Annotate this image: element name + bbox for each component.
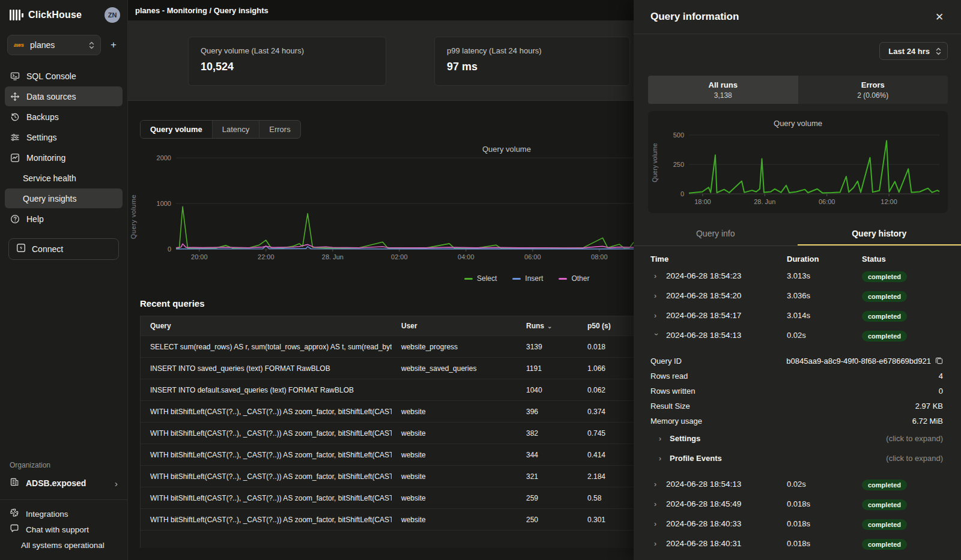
table-row[interactable]: INSERT INTO default.saved_queries (text)… (141, 379, 644, 400)
chevron-down-icon[interactable]: › (652, 333, 661, 338)
run-time: 2024-06-28 18:54:13 (666, 331, 741, 340)
chevron-right-icon[interactable]: › (654, 520, 659, 528)
table-row[interactable]: SELECT sum(read_rows) AS r, sum(total_ro… (141, 336, 644, 357)
organization-name: ADSB.exposed (26, 478, 108, 488)
backups-icon (10, 112, 20, 122)
table-row[interactable]: WITH bitShiftLeft(CAST(?..), _CAST(?..))… (141, 400, 644, 422)
organization-switcher[interactable]: ADSB.exposed › (0, 474, 127, 492)
runs-cell: 321 (517, 472, 578, 481)
column-header-runs[interactable]: Runs⌄ (517, 322, 578, 330)
svg-text:2000: 2000 (157, 154, 171, 161)
table-row[interactable]: WITH bitShiftLeft(CAST(?..), _CAST(?..))… (141, 508, 644, 530)
history-row[interactable]: ›2024-06-28 18:40:330.018scompleted (650, 514, 943, 534)
avatar[interactable]: ZN (105, 7, 120, 23)
user-cell: website (392, 408, 517, 416)
history-row[interactable]: ›2024-06-28 18:45:490.018scompleted (650, 494, 943, 514)
legend-item-insert[interactable]: Insert (512, 274, 543, 283)
connect-button[interactable]: Connect (8, 238, 119, 260)
expandable-profile-events[interactable]: ›Profile Events(click to expand) (650, 448, 943, 468)
tab-latency[interactable]: Latency (213, 121, 260, 138)
svg-text:28. Jun: 28. Jun (754, 198, 775, 205)
user-cell: website (392, 494, 517, 502)
chevron-right-icon[interactable]: › (654, 272, 659, 280)
run-time: 2024-06-28 18:40:33 (666, 519, 741, 528)
query-cell: WITH bitShiftLeft(CAST(?..), _CAST(?..))… (141, 516, 392, 524)
svg-text:06:00: 06:00 (524, 253, 541, 260)
column-header-query[interactable]: Query (141, 322, 392, 330)
panel-tab-query-info[interactable]: Query info (634, 223, 798, 245)
sidebar-item-integrations[interactable]: Integrations (0, 506, 127, 522)
query-volume-card: Query volume (Last 24 hours) 10,524 (188, 37, 386, 86)
sidebar-item-monitoring[interactable]: Monitoring (5, 148, 123, 167)
query-cell: WITH bitShiftLeft(CAST(?..), _CAST(?..))… (141, 494, 392, 502)
svg-text:250: 250 (673, 161, 684, 168)
sidebar-item-settings[interactable]: Settings (5, 127, 123, 147)
sidebar: ClickHouse ZN aws planes + SQL ConsoleDa… (0, 0, 128, 560)
history-column-duration: Duration (787, 254, 862, 263)
copy-icon[interactable] (935, 357, 943, 366)
table-row[interactable]: WITH bitShiftLeft(CAST(?..), _CAST(?..))… (141, 465, 644, 487)
organization-icon (10, 477, 19, 489)
history-row[interactable]: ›2024-06-28 18:54:173.014scompleted (650, 306, 943, 325)
mini-line-chart[interactable]: 025050018:0028. Jun06:0012:00 (652, 130, 944, 209)
sidebar-item-query-insights[interactable]: Query insights (5, 188, 123, 208)
tab-errors[interactable]: Errors (259, 121, 300, 138)
detail-row: Memory usage6.72 MiB (650, 414, 943, 429)
history-row[interactable]: ›2024-06-28 18:54:203.036scompleted (650, 286, 943, 306)
legend-item-select[interactable]: Select (464, 274, 497, 283)
legend-item-other[interactable]: Other (559, 274, 589, 283)
workspace-select[interactable]: aws planes (7, 35, 101, 55)
history-row[interactable]: ›2024-06-28 18:40:310.018scompleted (650, 534, 943, 553)
user-cell: website_progress (392, 343, 517, 351)
sidebar-item-chat-with-support[interactable]: Chat with support (0, 522, 127, 537)
sidebar-item-label: Service health (23, 173, 76, 183)
chevron-right-icon[interactable]: › (654, 292, 659, 300)
runs-cell: 344 (517, 451, 578, 459)
sidebar-item-backups[interactable]: Backups (5, 107, 123, 127)
status-badge: completed (862, 331, 907, 342)
table-row[interactable]: WITH bitShiftLeft(CAST(?..), _CAST(?..))… (141, 444, 644, 465)
history-row[interactable]: ›2024-06-28 18:54:130.02scompleted (650, 474, 943, 494)
table-row[interactable]: WITH bitShiftLeft(CAST(?..), _CAST(?..))… (141, 487, 644, 508)
run-time: 2024-06-28 18:54:20 (666, 291, 741, 300)
segment-errors[interactable]: Errors2 (0.06%) (798, 76, 948, 104)
integrations-icon (10, 508, 19, 520)
table-row[interactable]: INSERT INTO saved_queries (text) FORMAT … (141, 357, 644, 379)
sidebar-item-label: Integrations (26, 510, 68, 519)
query-cell: INSERT INTO default.saved_queries (text)… (141, 386, 392, 394)
chevron-right-icon[interactable]: › (654, 480, 659, 489)
panel-tab-query-history[interactable]: Query history (798, 223, 961, 245)
chevron-right-icon[interactable]: › (654, 312, 659, 320)
add-service-button[interactable]: + (107, 38, 120, 52)
query-cell: WITH bitShiftLeft(CAST(?..), _CAST(?..))… (141, 429, 392, 438)
time-range-select[interactable]: Last 24 hrs (879, 42, 948, 60)
table-row-partial (141, 530, 644, 548)
close-icon[interactable]: ✕ (932, 10, 947, 24)
table-row[interactable]: WITH bitShiftLeft(CAST(?..), _CAST(?..))… (141, 422, 644, 444)
segment-all-runs[interactable]: All runs3,138 (648, 76, 798, 104)
expandable-settings[interactable]: ›Settings(click to expand) (650, 429, 943, 448)
panel-header: Query information ✕ (634, 0, 961, 34)
svg-text:0: 0 (681, 190, 684, 197)
line-chart[interactable]: 01000200020:0022:0028. Jun02:0004:0006:0… (140, 141, 634, 270)
sidebar-item-service-health[interactable]: Service health (5, 168, 123, 188)
detail-label: Result Size (650, 402, 690, 411)
chevron-right-icon[interactable]: › (654, 540, 659, 548)
history-row[interactable]: ›2024-06-28 18:54:130.02scompleted (650, 325, 943, 345)
sidebar-item-sql-console[interactable]: SQL Console (5, 66, 123, 86)
sidebar-item-help[interactable]: Help (5, 209, 123, 229)
svg-text:02:00: 02:00 (391, 253, 408, 260)
column-header-user[interactable]: User (392, 322, 517, 330)
tab-query-volume[interactable]: Query volume (141, 121, 213, 138)
sidebar-item-data-sources[interactable]: Data sources (5, 86, 123, 106)
run-time: 2024-06-28 18:45:49 (666, 499, 741, 508)
recent-queries-title: Recent queries (140, 298, 634, 309)
detail-row: Query IDb0845aa9-a8c9-49f0-8f68-e678669b… (650, 354, 943, 369)
panel-title: Query information (650, 11, 932, 23)
sidebar-item-all-systems-operational[interactable]: All systems operational (0, 537, 127, 553)
segment-value: 2 (0.06%) (857, 91, 888, 100)
chevron-right-icon[interactable]: › (654, 500, 659, 508)
history-row[interactable]: ›2024-06-28 18:54:233.013scompleted (650, 266, 943, 286)
run-duration: 0.018s (787, 539, 862, 548)
run-duration: 3.013s (787, 271, 862, 280)
